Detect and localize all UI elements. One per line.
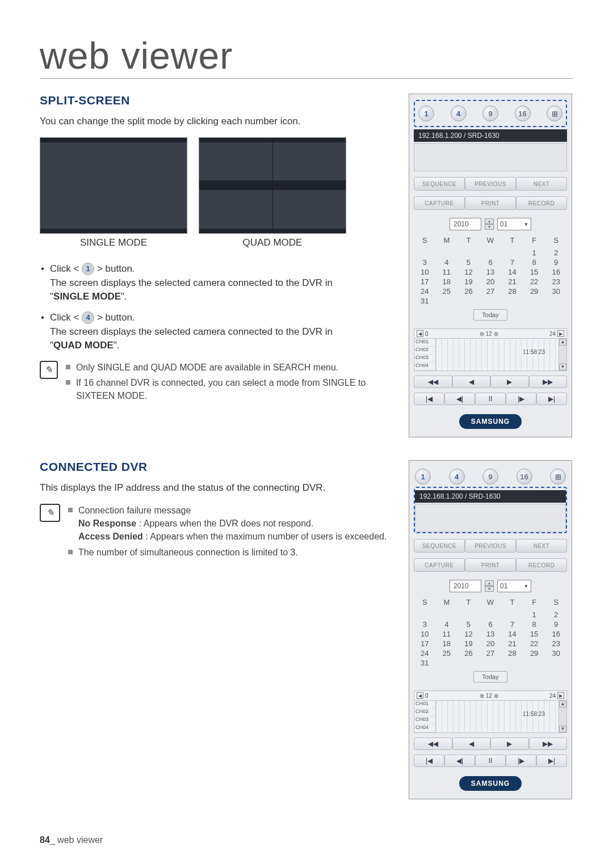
capture-button[interactable]: CAPTURE	[414, 558, 465, 572]
mode-4-icon: 4	[82, 311, 94, 324]
split-9-button[interactable]: 9	[482, 469, 498, 484]
play-button[interactable]: ▶	[490, 376, 529, 388]
split-4-button[interactable]: 4	[449, 469, 465, 484]
record-button[interactable]: RECORD	[516, 196, 567, 210]
timeline-time: 11:58:23	[523, 349, 545, 355]
chevron-down-icon: ▼	[524, 584, 528, 589]
year-input[interactable]: 2010	[450, 580, 481, 592]
first-button[interactable]: |◀	[414, 755, 444, 767]
split-full-button[interactable]: ⊞	[550, 469, 566, 484]
dvr-panel-split: 1 4 9 16 ⊞ 192.168.1.200 / SRD-1630 SEQU…	[409, 94, 572, 437]
timeline-scroll[interactable]: ▲▼	[559, 339, 566, 370]
quad-caption: QUAD MODE	[199, 237, 346, 248]
rewind-button[interactable]: ◀◀	[414, 738, 452, 750]
next-button[interactable]: NEXT	[516, 539, 567, 553]
today-button[interactable]: Today	[473, 309, 507, 321]
timeline-time: 11:58:23	[523, 711, 545, 717]
dvr-address: 192.168.1.200 / SRD-1630	[414, 129, 567, 142]
step-back-button[interactable]: ◀|	[444, 393, 475, 405]
print-button[interactable]: PRINT	[465, 558, 516, 572]
page-title: web viewer	[40, 34, 573, 79]
dvr-list	[415, 504, 566, 532]
step-back-button[interactable]: ◀|	[444, 755, 475, 767]
record-button[interactable]: RECORD	[516, 558, 567, 572]
rewind-button[interactable]: ◀◀	[414, 376, 452, 388]
month-dropdown[interactable]: 01▼	[497, 580, 531, 592]
back-button[interactable]: ◀	[452, 376, 491, 388]
split-16-button[interactable]: 16	[515, 106, 531, 121]
split-1-button[interactable]: 1	[418, 106, 434, 121]
note-16ch: If 16 channel DVR is connected, you can …	[66, 376, 392, 402]
page-footer: 84_ web viewer	[40, 835, 103, 845]
single-caption: SINGLE MODE	[40, 237, 187, 248]
timeline[interactable]: ◀0 ⊚12⊚ 24▶ CH01 CH02 CH03 CH04 11:58:23…	[414, 328, 567, 371]
dvr-panel-conn: 1 4 9 16 ⊞ 192.168.1.200 / SRD-1630 SEQU…	[409, 460, 572, 799]
tl-left-icon[interactable]: ◀	[417, 692, 423, 699]
note-conn-limit: The number of simultaneous connection is…	[68, 546, 387, 559]
ff-button[interactable]: ▶▶	[529, 738, 568, 750]
split-full-button[interactable]: ⊞	[547, 106, 562, 121]
mode-1-icon: 1	[82, 263, 94, 275]
last-button[interactable]: ▶|	[536, 393, 567, 405]
pause-button[interactable]: II	[475, 393, 506, 405]
timeline-scroll[interactable]: ▲▼	[559, 701, 566, 732]
back-button[interactable]: ◀	[452, 738, 491, 750]
year-spinner[interactable]: ▲▼	[485, 218, 494, 230]
sequence-button[interactable]: SEQUENCE	[414, 177, 465, 191]
split-1-button[interactable]: 1	[415, 469, 431, 484]
split-heading: SPLIT-SCREEN	[40, 94, 392, 107]
first-button[interactable]: |◀	[414, 393, 444, 405]
split-16-button[interactable]: 16	[517, 469, 532, 484]
tl-right-icon[interactable]: ▶	[557, 692, 564, 699]
brand-logo: SAMSUNG	[459, 776, 522, 791]
play-button[interactable]: ▶	[490, 738, 529, 750]
last-button[interactable]: ▶|	[536, 755, 567, 767]
pause-button[interactable]: II	[475, 755, 506, 767]
dvr-address: 192.168.1.200 / SRD-1630	[415, 490, 566, 503]
note-icon: ✎	[40, 361, 58, 379]
click-4-bullet: Click < 4 > button. The screen displays …	[40, 311, 392, 353]
next-button[interactable]: NEXT	[516, 177, 567, 191]
year-input[interactable]: 2010	[450, 218, 481, 230]
step-fwd-button[interactable]: |▶	[506, 755, 536, 767]
step-fwd-button[interactable]: |▶	[506, 393, 536, 405]
single-mode-thumb	[40, 137, 187, 234]
previous-button[interactable]: PREVIOUS	[465, 177, 516, 191]
conn-intro: This displays the IP address and the sta…	[40, 482, 392, 495]
note-conn-fail: Connection failure message No Response :…	[68, 504, 387, 543]
note-search: Only SINGLE and QUAD MODE are available …	[66, 361, 392, 374]
tl-right-icon[interactable]: ▶	[557, 330, 564, 337]
split-9-button[interactable]: 9	[482, 106, 498, 121]
ff-button[interactable]: ▶▶	[529, 376, 568, 388]
click-1-bullet: Click < 1 > button. The screen displays …	[40, 262, 392, 304]
chevron-down-icon: ▼	[524, 222, 528, 227]
tl-left-icon[interactable]: ◀	[417, 330, 423, 337]
dvr-list	[414, 143, 567, 171]
year-spinner[interactable]: ▲▼	[485, 580, 494, 592]
conn-heading: CONNECTED DVR	[40, 460, 392, 474]
previous-button[interactable]: PREVIOUS	[465, 539, 516, 553]
capture-button[interactable]: CAPTURE	[414, 196, 465, 210]
calendar[interactable]: SMTWTFS 12 3456789 10111213141516 171819…	[414, 236, 567, 321]
timeline[interactable]: ◀0 ⊚12⊚ 24▶ CH01 CH02 CH03 CH04 11:58:23…	[414, 690, 567, 733]
calendar[interactable]: SMTWTFS 12 3456789 10111213141516 171819…	[414, 598, 567, 682]
print-button[interactable]: PRINT	[465, 196, 516, 210]
split-intro: You can change the split mode by clickin…	[40, 115, 392, 128]
today-button[interactable]: Today	[473, 671, 507, 682]
split-4-button[interactable]: 4	[451, 106, 467, 121]
sequence-button[interactable]: SEQUENCE	[414, 539, 465, 553]
note-icon: ✎	[40, 504, 60, 522]
month-dropdown[interactable]: 01▼	[497, 218, 531, 230]
quad-mode-thumb	[199, 137, 346, 234]
brand-logo: SAMSUNG	[459, 414, 522, 429]
